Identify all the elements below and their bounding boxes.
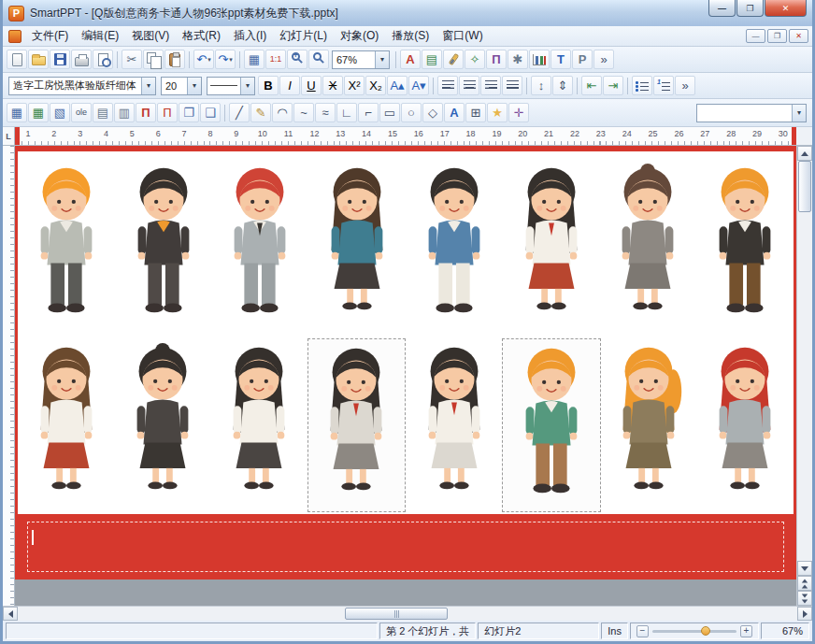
cartoon-character-10[interactable]: [114, 338, 210, 512]
frame-2-icon[interactable]: ❑: [200, 103, 221, 122]
zoom-in-button[interactable]: +: [740, 625, 752, 637]
increase-indent-icon[interactable]: ⇥: [603, 76, 623, 95]
strikethrough-icon[interactable]: X: [322, 76, 343, 95]
freeform-tool-icon[interactable]: ≈: [315, 103, 336, 122]
menu-item-6[interactable]: 幻灯片(L): [273, 26, 334, 46]
doc-restore-button[interactable]: ❐: [767, 29, 787, 43]
zoom-in-icon[interactable]: [287, 50, 307, 69]
cartoon-character-1[interactable]: [18, 159, 115, 335]
chevron-down-icon[interactable]: ▾: [207, 56, 211, 63]
table-shading-icon[interactable]: ▧: [50, 103, 70, 122]
doc-close-button[interactable]: ✕: [789, 29, 808, 43]
doc-minimize-button[interactable]: —: [746, 29, 765, 43]
slide[interactable]: [15, 146, 796, 580]
clear-format-icon[interactable]: ✧: [465, 50, 485, 69]
textbox-icon[interactable]: T: [550, 50, 571, 69]
cartoon-character-6[interactable]: [503, 159, 600, 335]
font-color-icon[interactable]: A: [400, 50, 421, 69]
cut-icon[interactable]: ✂: [122, 50, 142, 69]
bullets-icon[interactable]: [632, 76, 652, 95]
align-left-icon[interactable]: [437, 76, 458, 95]
superscript-icon[interactable]: X²: [344, 76, 365, 95]
line-style-combo[interactable]: [207, 77, 255, 95]
slide-footer-banner[interactable]: [18, 514, 794, 580]
save-icon[interactable]: [50, 50, 70, 69]
previous-slide-button[interactable]: [797, 576, 812, 591]
formula-icon[interactable]: Π: [486, 50, 507, 69]
more-format-icon[interactable]: »: [675, 76, 695, 95]
rectangle-tool-icon[interactable]: ▭: [379, 103, 400, 122]
cartoon-character-8[interactable]: [696, 159, 794, 335]
polygon-tool-icon[interactable]: ◇: [422, 103, 443, 122]
paragraph-spacing-icon[interactable]: ⇕: [552, 76, 573, 95]
chevron-down-icon[interactable]: [792, 105, 806, 122]
cartoon-character-7[interactable]: [600, 159, 697, 335]
cartoon-character-9[interactable]: [18, 338, 114, 512]
cartoon-character-5[interactable]: [406, 159, 503, 335]
table-borders-icon[interactable]: ▦: [28, 103, 49, 122]
maximize-button[interactable]: [736, 0, 764, 17]
cartoon-character-14[interactable]: [502, 338, 600, 512]
zoom-combo[interactable]: 67%: [332, 50, 390, 69]
decrease-font-icon[interactable]: A▾: [408, 76, 429, 95]
vertical-scrollbar[interactable]: [796, 146, 812, 606]
shape-style-combo[interactable]: [696, 104, 807, 122]
formula-pi-2-icon[interactable]: Π: [157, 103, 178, 122]
insert-table-grid-icon[interactable]: ▦: [7, 103, 27, 122]
pencil-tool-icon[interactable]: ✎: [250, 103, 271, 122]
vertical-scroll-track[interactable]: [797, 161, 812, 561]
slide-design-icon[interactable]: ▤: [422, 50, 442, 69]
font-size-combo[interactable]: 20: [161, 77, 202, 95]
horizontal-scroll-track[interactable]: [18, 607, 797, 621]
menu-item-8[interactable]: 播放(S): [385, 26, 436, 46]
bold-icon[interactable]: B: [258, 76, 279, 95]
zoom-icon[interactable]: [308, 50, 329, 69]
cartoon-character-2[interactable]: [115, 159, 212, 335]
insert-table-icon[interactable]: ▦: [244, 50, 265, 69]
ellipse-tool-icon[interactable]: ○: [401, 103, 422, 122]
menu-item-2[interactable]: 编辑(E): [75, 26, 125, 46]
minimize-button[interactable]: [708, 0, 736, 17]
arc-tool-icon[interactable]: ◠: [272, 103, 293, 122]
font-family-combo[interactable]: 造字工房悦黑体验版纤细体: [8, 77, 156, 95]
zoom-out-button[interactable]: −: [636, 625, 649, 637]
chevron-down-icon[interactable]: [187, 78, 201, 94]
italic-icon[interactable]: I: [279, 76, 300, 95]
ole-object-icon[interactable]: ole: [71, 103, 92, 122]
worksheet-icon[interactable]: ▤: [93, 103, 113, 122]
menu-item-7[interactable]: 对象(O): [334, 26, 385, 46]
cartoon-character-15[interactable]: [601, 338, 697, 512]
formula-pi-icon[interactable]: Π: [136, 103, 156, 122]
menu-item-4[interactable]: 格式(R): [176, 26, 227, 46]
print-icon[interactable]: [71, 50, 92, 69]
vertical-scroll-thumb[interactable]: [798, 161, 811, 212]
line-tool-icon[interactable]: ╱: [229, 103, 250, 122]
select-tool-icon[interactable]: ✛: [508, 103, 529, 122]
undo-icon[interactable]: ↶▾: [193, 50, 214, 69]
frame-icon[interactable]: ❐: [179, 103, 199, 122]
subscript-icon[interactable]: X₂: [365, 76, 386, 95]
close-button[interactable]: [765, 0, 807, 17]
document-icon[interactable]: [8, 30, 21, 43]
format-brush-icon[interactable]: [443, 50, 464, 69]
numbering-icon[interactable]: [653, 76, 674, 95]
cartoon-character-16[interactable]: [697, 338, 794, 512]
star-tool-icon[interactable]: ★: [487, 103, 508, 122]
copy-icon[interactable]: [143, 50, 164, 69]
crop-icon[interactable]: ⊞: [465, 103, 486, 122]
chevron-down-icon[interactable]: [141, 78, 155, 94]
insert-mode-status[interactable]: Ins: [601, 623, 628, 639]
chevron-down-icon[interactable]: [240, 78, 254, 94]
cartoon-character-4[interactable]: [308, 159, 406, 335]
scroll-down-button[interactable]: [797, 561, 812, 576]
elbow-connector-icon[interactable]: ⌐: [358, 103, 379, 122]
new-document-icon[interactable]: [7, 50, 27, 69]
align-right-icon[interactable]: [480, 76, 501, 95]
tab-selector[interactable]: [3, 127, 15, 145]
slide-canvas[interactable]: [15, 146, 796, 606]
decrease-indent-icon[interactable]: ⇤: [581, 76, 602, 95]
cartoon-character-3[interactable]: [212, 159, 309, 335]
actual-size-icon[interactable]: 1:1: [265, 50, 286, 69]
chevron-down-icon[interactable]: [375, 51, 389, 68]
menu-item-1[interactable]: 文件(F): [25, 26, 75, 46]
